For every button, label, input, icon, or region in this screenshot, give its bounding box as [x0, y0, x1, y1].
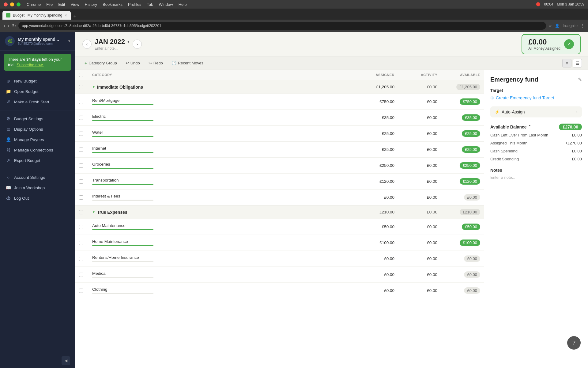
table-row[interactable]: Rent/Mortgage £750.00 £0.00 £750.00 — [75, 94, 484, 109]
budget-name[interactable]: My monthly spend... — [18, 37, 59, 42]
sidebar-item-join-workshop[interactable]: 📖 Join a Workshop — [0, 182, 75, 193]
month-dropdown-icon[interactable]: ▾ — [127, 39, 130, 44]
table-row[interactable]: Medical £0.00 £0.00 £0.00 — [75, 266, 484, 282]
subscribe-link[interactable]: Subscribe now. — [17, 63, 43, 67]
collapse-icon[interactable]: ▼ — [92, 85, 95, 89]
sidebar-item-display-options[interactable]: ▤ Display Options — [0, 124, 75, 134]
select-all-checkbox[interactable] — [79, 73, 83, 77]
budget-dropdown-icon[interactable]: ▾ — [68, 39, 70, 43]
menu-view[interactable]: View — [71, 2, 79, 7]
next-month-button[interactable]: › — [133, 40, 142, 49]
close-button[interactable] — [4, 2, 8, 6]
available-badge[interactable]: £50.00 — [462, 224, 480, 230]
sidebar-item-log-out[interactable]: ⏻ Log Out — [0, 193, 75, 203]
available-badge[interactable]: £0.00 — [464, 271, 480, 278]
menu-chrome[interactable]: Chrome — [27, 2, 41, 7]
available-badge[interactable]: £120.00 — [460, 178, 480, 185]
sidebar-item-manage-connections[interactable]: ⛓ Manage Connections — [0, 145, 75, 155]
collapse-icon[interactable]: ▼ — [92, 210, 95, 214]
available-badge[interactable]: £0.00 — [464, 287, 480, 294]
help-button[interactable]: ? — [567, 336, 581, 350]
menu-profiles[interactable]: Profiles — [128, 2, 141, 7]
address-bar[interactable]: app.youneedabudget.com/3a8bbdae-d62a-46d… — [18, 22, 546, 30]
row-checkbox[interactable] — [79, 100, 83, 104]
available-badge[interactable]: £0.00 — [464, 194, 480, 201]
table-row[interactable]: Clothing £0.00 £0.00 £0.00 — [75, 282, 484, 298]
table-row[interactable]: Water £25.00 £0.00 £25.00 — [75, 125, 484, 141]
sidebar-item-account-settings[interactable]: ○ Account Settings — [0, 172, 75, 182]
row-checkbox[interactable] — [79, 148, 83, 152]
menu-bookmarks[interactable]: Bookmarks — [103, 2, 123, 7]
available-badge[interactable]: £0.00 — [464, 255, 480, 262]
row-checkbox[interactable] — [79, 163, 83, 168]
table-row[interactable]: Renter's/Home Insurance £0.00 £0.00 £0.0… — [75, 251, 484, 266]
undo-button[interactable]: ↩ Undo — [122, 59, 143, 67]
menu-window[interactable]: Window — [159, 2, 173, 7]
group-checkbox[interactable] — [79, 85, 83, 89]
available-badge[interactable]: £35.00 — [462, 114, 480, 121]
menu-tab[interactable]: Tab — [147, 2, 153, 7]
create-target-button[interactable]: ⊕ Create Emergency fund Target — [490, 95, 554, 100]
assigned-amount[interactable]: £35.00 — [349, 114, 398, 121]
row-checkbox[interactable] — [79, 116, 83, 120]
row-checkbox[interactable] — [79, 289, 83, 293]
available-badge[interactable]: £25.00 — [462, 146, 480, 153]
redo-button[interactable]: ↪ Redo — [145, 59, 166, 67]
back-button[interactable]: ‹ — [4, 23, 5, 29]
sidebar-item-fresh-start[interactable]: ↺ Make a Fresh Start — [0, 97, 75, 107]
assigned-amount[interactable]: £120.00 — [349, 178, 398, 185]
chevron-down-icon[interactable]: ˅ — [529, 125, 531, 129]
row-checkbox[interactable] — [79, 195, 83, 200]
profile-icon[interactable]: 👤 — [555, 24, 560, 28]
edit-icon[interactable]: ✎ — [578, 77, 582, 82]
row-checkbox[interactable] — [79, 257, 83, 261]
list-view-button[interactable]: ≡ — [562, 59, 571, 67]
table-row[interactable]: Auto Maintenance £50.00 £0.00 £50.00 — [75, 219, 484, 235]
table-row[interactable]: Groceries £250.00 £0.00 £250.00 — [75, 157, 484, 173]
menu-history[interactable]: History — [85, 2, 97, 7]
assigned-amount[interactable]: £250.00 — [349, 162, 398, 169]
new-tab-button[interactable]: + — [73, 13, 77, 20]
tab-close-button[interactable]: ✕ — [65, 14, 67, 17]
compact-view-button[interactable]: ☰ — [573, 59, 582, 67]
assigned-amount[interactable]: £50.00 — [349, 223, 398, 230]
assigned-amount[interactable]: £100.00 — [349, 239, 398, 246]
fullscreen-button[interactable] — [17, 2, 21, 6]
notes-input[interactable]: Enter a note... — [490, 175, 582, 180]
menu-file[interactable]: File — [46, 2, 53, 7]
sidebar-item-manage-payees[interactable]: 👤 Manage Payees — [0, 134, 75, 145]
assigned-amount[interactable]: £0.00 — [349, 287, 398, 294]
assigned-amount[interactable]: £0.00 — [349, 194, 398, 201]
row-checkbox[interactable] — [79, 241, 83, 245]
table-row[interactable]: Electric £35.00 £0.00 £35.00 — [75, 109, 484, 125]
forward-button[interactable]: › — [8, 23, 9, 29]
assigned-amount[interactable]: £0.00 — [349, 255, 398, 262]
table-row[interactable]: Transportation £120.00 £0.00 £120.00 — [75, 173, 484, 189]
available-badge[interactable]: £25.00 — [462, 130, 480, 137]
sidebar-item-open-budget[interactable]: 📁 Open Budget — [0, 86, 75, 97]
row-checkbox[interactable] — [79, 273, 83, 277]
table-row[interactable]: Interest & Fees £0.00 £0.00 £0.00 — [75, 189, 484, 205]
menu-edit[interactable]: Edit — [58, 2, 65, 7]
sidebar-item-budget-settings[interactable]: ⚙ Budget Settings — [0, 113, 75, 124]
reload-button[interactable]: ↻ — [12, 23, 16, 29]
group-row-immediate-obligations[interactable]: ▼ Immediate Obligations £1,205.00 £0.00 … — [75, 80, 484, 94]
recent-moves-button[interactable]: 🕐 Recent Moves — [168, 59, 207, 67]
minimize-button[interactable] — [10, 2, 14, 6]
table-row[interactable]: Internet £25.00 £0.00 £25.00 — [75, 141, 484, 157]
row-checkbox[interactable] — [79, 225, 83, 229]
assigned-amount[interactable]: £750.00 — [349, 98, 398, 105]
available-badge[interactable]: £250.00 — [460, 162, 480, 169]
available-badge[interactable]: £100.00 — [460, 240, 480, 246]
table-row[interactable]: Home Maintenance £100.00 £0.00 £100.00 — [75, 235, 484, 251]
group-row-true-expenses[interactable]: ▼ True Expenses £210.00 £0.00 £210.00 — [75, 205, 484, 219]
add-category-group-button[interactable]: + Category Group — [81, 59, 120, 67]
group-checkbox[interactable] — [79, 210, 83, 214]
browser-tab[interactable]: Budget | My monthly spending ✕ — [2, 11, 71, 20]
menu-help[interactable]: Help — [179, 2, 187, 7]
sidebar-item-export-budget[interactable]: ↗ Export Budget — [0, 155, 75, 166]
row-checkbox[interactable] — [79, 179, 83, 184]
prev-month-button[interactable]: ‹ — [82, 40, 92, 49]
assigned-amount[interactable]: £25.00 — [349, 146, 398, 153]
assigned-amount[interactable]: £25.00 — [349, 130, 398, 137]
